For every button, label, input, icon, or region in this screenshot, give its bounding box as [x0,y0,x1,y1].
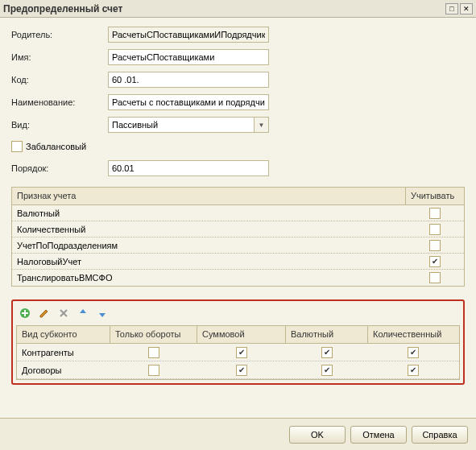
edit-icon[interactable] [37,306,52,320]
kind-select[interactable]: Пассивный ▼ [108,117,269,133]
ok-button[interactable]: OK [289,426,346,444]
checkbox[interactable] [429,208,441,219]
delete-icon[interactable] [56,306,71,320]
code-label: Код: [11,75,108,85]
checkbox[interactable]: ✔ [429,256,441,267]
table-row[interactable]: Договоры✔✔✔ [17,361,459,379]
kind-label: Вид: [11,120,108,130]
checkbox[interactable]: ✔ [236,347,247,358]
table-row[interactable]: УчетПоПодразделениям [12,237,464,254]
subkonto-name: Договоры [17,364,110,377]
code-field[interactable] [108,72,269,88]
checkbox[interactable]: ✔ [321,347,333,358]
attr-name: Валютный [12,207,406,220]
only-turnover-cell [110,363,197,378]
subkonto-toolbar [16,304,460,325]
checkbox[interactable] [429,224,441,235]
attr-name: ТранслироватьВМСФО [12,271,406,284]
footer: OK Отмена Справка [0,418,476,450]
close-button[interactable]: ✕ [460,3,473,14]
name-field[interactable] [108,49,269,65]
kind-value: Пассивный [112,120,254,130]
sum-cell: ✔ [197,345,286,360]
subkonto-h2: Суммовой [197,326,286,343]
subkonto-h3: Валютный [286,326,368,343]
name-label: Имя: [11,52,108,62]
attr-name: УчетПоПодразделениям [12,239,406,252]
attr-use-cell [406,206,464,221]
add-icon[interactable] [18,306,32,320]
table-row[interactable]: Количественный [12,221,464,237]
attr-use-cell: ✔ [406,254,464,269]
qty-cell: ✔ [368,345,459,360]
currency-cell: ✔ [286,363,368,378]
currency-cell: ✔ [286,345,368,360]
attributes-table: Признак учета Учитывать ВалютныйКоличест… [11,187,465,287]
offbalance-label: Забалансовый [26,142,86,151]
attr-name: НалоговыйУчет [12,255,406,268]
offbalance-checkbox[interactable] [11,141,23,152]
table-row[interactable]: ТранслироватьВМСФО [12,270,464,286]
checkbox[interactable]: ✔ [408,347,419,358]
sum-cell: ✔ [197,363,286,378]
move-up-icon[interactable] [76,306,90,320]
move-down-icon[interactable] [95,306,110,320]
checkbox[interactable]: ✔ [408,365,419,376]
qty-cell: ✔ [368,363,459,378]
parent-field[interactable] [108,27,269,43]
attr-use-cell [406,238,464,253]
window-title: Предопределенный счет [3,3,444,14]
subkonto-h1: Только обороты [110,326,197,343]
checkbox[interactable]: ✔ [236,365,247,376]
table-row[interactable]: Контрагенты✔✔✔ [17,344,459,361]
attr-header-name: Признак учета [12,188,406,204]
checkbox[interactable] [148,365,159,376]
checkbox[interactable] [429,272,441,283]
order-label: Порядок: [11,163,108,173]
dropdown-icon[interactable]: ▼ [254,118,268,132]
attr-use-cell [406,270,464,285]
parent-label: Родитель: [11,30,108,39]
desc-field[interactable] [108,94,269,110]
subkonto-table: Вид субконто Только обороты Суммовой Вал… [16,325,460,380]
checkbox[interactable] [148,347,159,358]
subkonto-section: Вид субконто Только обороты Суммовой Вал… [11,299,465,385]
subkonto-name: Контрагенты [17,346,110,359]
subkonto-h0: Вид субконто [17,326,110,343]
checkbox[interactable]: ✔ [321,365,333,376]
order-field[interactable] [108,160,269,176]
attr-header-use: Учитывать [406,188,464,204]
checkbox[interactable] [429,240,441,251]
titlebar: Предопределенный счет □ ✕ [0,0,476,18]
table-row[interactable]: НалоговыйУчет✔ [12,254,464,270]
only-turnover-cell [110,345,197,360]
maximize-button[interactable]: □ [445,3,458,14]
help-button[interactable]: Справка [412,426,468,444]
attr-use-cell [406,222,464,237]
cancel-button[interactable]: Отмена [350,426,407,444]
attr-name: Количественный [12,223,406,236]
subkonto-h4: Количественный [368,326,459,343]
table-row[interactable]: Валютный [12,205,464,221]
predefined-account-window: Предопределенный счет □ ✕ Родитель: Имя:… [0,0,476,450]
desc-label: Наименование: [11,97,108,107]
